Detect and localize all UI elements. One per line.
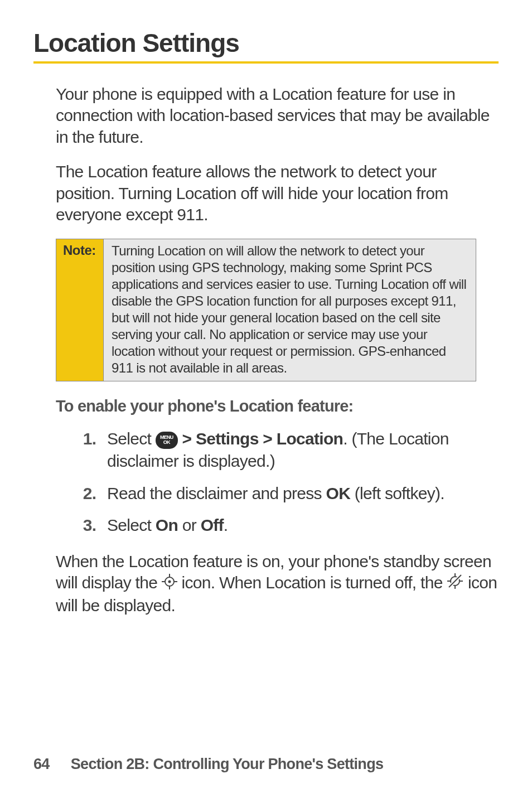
step-3-off: Off [201, 516, 224, 534]
step-2-post: (left softkey). [350, 484, 444, 502]
note-box: Note: Turning Location on will allow the… [56, 239, 476, 381]
location-off-icon [447, 573, 463, 594]
title-underline [33, 61, 499, 64]
step-3-on: On [156, 516, 178, 534]
page-number: 64 [33, 756, 67, 773]
step-3: Select On or Off. [100, 514, 499, 536]
location-on-icon [162, 573, 177, 594]
note-label: Note: [56, 239, 104, 381]
step-2: Read the disclaimer and press OK (left s… [100, 482, 499, 505]
step-3-mid: or [178, 516, 201, 534]
footer-text: Section 2B: Controlling Your Phone's Set… [71, 756, 383, 772]
closing-para: When the Location feature is on, your ph… [33, 551, 499, 617]
steps-list: Select MENUOK > Settings > Location. (Th… [33, 428, 499, 536]
step-3-pre: Select [107, 516, 156, 534]
step-1-pre: Select [107, 429, 156, 448]
menu-ok-icon: MENUOK [156, 432, 178, 449]
svg-point-1 [168, 580, 171, 583]
enable-heading: To enable your phone's Location feature: [56, 397, 499, 415]
intro-para-2: The Location feature allows the network … [33, 161, 499, 225]
step-1-path: > Settings > Location [178, 429, 343, 448]
step-1: Select MENUOK > Settings > Location. (Th… [100, 428, 499, 472]
intro-para-1: Your phone is equipped with a Location f… [33, 84, 499, 148]
closing-mid: icon. When Location is turned off, the [182, 573, 447, 592]
page-title: Location Settings [33, 28, 499, 58]
note-text: Turning Location on will allow the netwo… [104, 239, 476, 381]
step-2-ok: OK [326, 484, 351, 502]
step-2-pre: Read the disclaimer and press [107, 484, 326, 502]
page-footer: 64 Section 2B: Controlling Your Phone's … [33, 756, 499, 773]
step-3-post: . [224, 516, 228, 534]
